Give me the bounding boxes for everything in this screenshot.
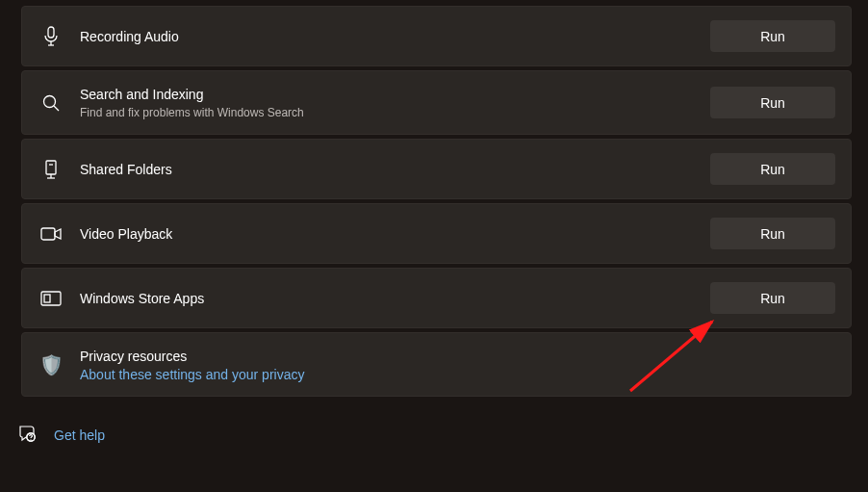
troubleshooter-row-video-playback: Video Playback Run — [21, 203, 852, 264]
troubleshooter-row-recording-audio: Recording Audio Run — [21, 6, 852, 66]
search-icon — [38, 93, 64, 113]
svg-rect-5 — [46, 161, 56, 174]
video-icon — [38, 225, 64, 243]
run-button[interactable]: Run — [710, 20, 835, 52]
svg-point-3 — [44, 95, 56, 107]
row-text: Video Playback — [80, 224, 710, 244]
row-text: Windows Store Apps — [80, 289, 710, 308]
run-button[interactable]: Run — [710, 282, 835, 314]
privacy-title: Privacy resources — [80, 347, 835, 366]
troubleshooter-list: Recording Audio Run Search and Indexing … — [0, 0, 868, 397]
row-subtitle: Find and fix problems with Windows Searc… — [80, 105, 710, 120]
run-button[interactable]: Run — [710, 218, 835, 249]
store-apps-icon — [38, 290, 64, 307]
row-text: Privacy resources About these settings a… — [80, 347, 835, 382]
run-button[interactable]: Run — [710, 153, 835, 185]
row-text: Shared Folders — [80, 160, 710, 179]
svg-rect-9 — [41, 228, 55, 240]
row-title: Shared Folders — [80, 160, 710, 179]
row-text: Recording Audio — [80, 27, 710, 46]
troubleshooter-row-shared-folders: Shared Folders Run — [21, 139, 852, 199]
run-button[interactable]: Run — [710, 87, 835, 118]
get-help-row: Get help — [0, 401, 868, 446]
svg-rect-0 — [48, 27, 54, 38]
row-text: Search and Indexing Find and fix problem… — [80, 85, 710, 120]
shield-icon: 🛡️ — [38, 353, 64, 376]
privacy-link[interactable]: About these settings and your privacy — [80, 367, 835, 382]
row-title: Recording Audio — [80, 27, 710, 46]
svg-line-4 — [54, 106, 59, 111]
row-title: Video Playback — [80, 224, 710, 244]
shared-folder-icon — [38, 159, 64, 180]
troubleshooter-row-search-indexing: Search and Indexing Find and fix problem… — [21, 70, 852, 135]
get-help-link[interactable]: Get help — [54, 427, 105, 443]
troubleshooter-row-windows-store-apps: Windows Store Apps Run — [21, 268, 852, 328]
row-title: Windows Store Apps — [80, 289, 710, 308]
svg-point-14 — [31, 439, 32, 440]
help-icon — [17, 424, 37, 446]
privacy-resources-row: 🛡️ Privacy resources About these setting… — [21, 332, 852, 397]
svg-rect-11 — [44, 295, 50, 302]
row-title: Search and Indexing — [80, 85, 710, 104]
microphone-icon — [38, 26, 64, 47]
